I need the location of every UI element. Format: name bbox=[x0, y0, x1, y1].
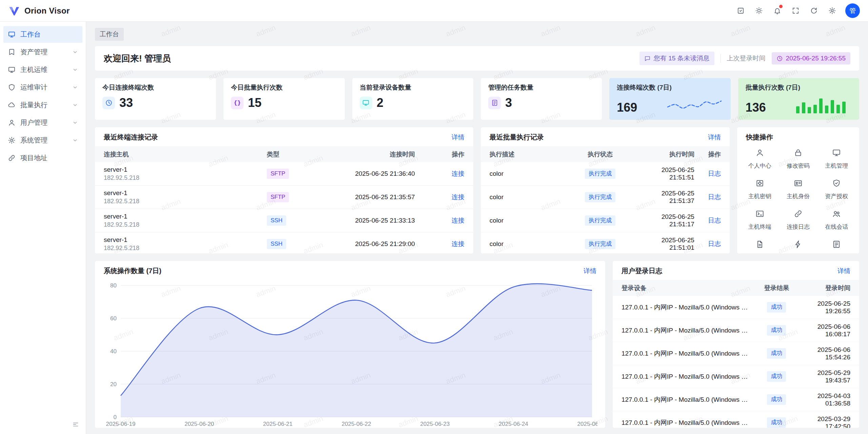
chevron-down-icon bbox=[72, 84, 78, 90]
braces-icon: {} bbox=[231, 97, 243, 109]
exec-log-link[interactable]: 日志 bbox=[708, 217, 721, 224]
refresh-icon[interactable] bbox=[807, 4, 821, 18]
ops-chart-card: 系统操作数量 (7日) 详情 0204060802025-06-192025-0… bbox=[95, 261, 605, 428]
exec-row: color执行完成2025-06-25 21:51:01日志 bbox=[481, 232, 730, 254]
safe-icon bbox=[755, 179, 764, 189]
sidebar-item-1[interactable]: 工作台 bbox=[3, 26, 82, 43]
login-time: 2025-05-29 19:43:57 bbox=[797, 365, 859, 388]
sidebar-item-2[interactable]: 资产管理 bbox=[3, 44, 82, 60]
terminal-card-title: 最近终端连接记录 bbox=[104, 133, 158, 142]
login-row: 127.0.0.1 - 内网IP - Mozilla/5.0 (Windows … bbox=[613, 296, 859, 319]
exec-log-link[interactable]: 日志 bbox=[708, 170, 721, 177]
terminal-connections-card: 最近终端连接记录 详情 连接主机类型连接时间操作server-1182.92.5… bbox=[95, 127, 473, 253]
user-avatar[interactable]: 管 bbox=[845, 3, 860, 18]
sidebar-item-label: 工作台 bbox=[20, 30, 78, 39]
terminal-details-link[interactable]: 详情 bbox=[452, 133, 465, 142]
sidebar-item-3[interactable]: 主机运维 bbox=[3, 61, 82, 78]
exec-card-title: 最近批量执行记录 bbox=[490, 133, 544, 142]
quick-action-label: 主机身份 bbox=[787, 192, 810, 200]
exec-details-link[interactable]: 详情 bbox=[708, 133, 721, 142]
connect-link[interactable]: 连接 bbox=[452, 217, 465, 224]
operations-chart: 0204060802025-06-192025-06-202025-06-212… bbox=[95, 280, 605, 428]
clock-icon bbox=[776, 55, 783, 62]
quick-action-lock[interactable]: 修改密码 bbox=[779, 148, 817, 170]
apps-icon[interactable] bbox=[733, 4, 748, 18]
breadcrumb[interactable]: 工作台 bbox=[95, 28, 124, 41]
quick-action-safe[interactable]: 主机密钥 bbox=[741, 179, 779, 200]
login-log-card: 用户登录日志 详情 登录设备登录结果登录时间127.0.0.1 - 内网IP -… bbox=[613, 261, 859, 428]
quick-action-user[interactable]: 个人中心 bbox=[741, 148, 779, 170]
stat-label: 当前登录设备数量 bbox=[360, 83, 466, 92]
users-icon bbox=[832, 209, 841, 220]
top-header: Orion Visor 管 bbox=[0, 0, 868, 22]
doc-icon bbox=[488, 97, 501, 109]
stats-row: 今日连接终端次数33今日批量执行次数{}15当前登录设备数量2管理的任务数量3连… bbox=[95, 78, 859, 120]
exec-spark-card: 批量执行次数 (7日)136 bbox=[738, 78, 859, 120]
sidebar-item-label: 资产管理 bbox=[20, 48, 67, 57]
chevron-down-icon bbox=[72, 102, 78, 108]
connect-link[interactable]: 连接 bbox=[452, 193, 465, 201]
exec-status-tag: 执行完成 bbox=[585, 215, 615, 226]
login-row: 127.0.0.1 - 内网IP - Mozilla/5.0 (Windows … bbox=[613, 411, 859, 428]
notifications-icon[interactable] bbox=[770, 4, 784, 18]
operations-area-chart: 0204060802025-06-192025-06-202025-06-212… bbox=[102, 281, 597, 428]
quick-action-label: 个人中心 bbox=[748, 162, 771, 170]
lock-icon bbox=[794, 148, 803, 159]
dashboard-icon bbox=[8, 31, 16, 38]
settings-icon[interactable] bbox=[825, 4, 839, 18]
sidebar-item-8[interactable]: 项目地址 bbox=[3, 150, 82, 166]
exec-row: color执行完成2025-06-25 21:51:37日志 bbox=[481, 186, 730, 209]
svg-text:0: 0 bbox=[114, 414, 117, 420]
app-brand[interactable]: Orion Visor bbox=[8, 5, 70, 17]
quick-action-users[interactable]: 在线会话 bbox=[817, 209, 856, 231]
quick-action-terminal[interactable]: 主机终端 bbox=[741, 209, 779, 231]
host-ip: 182.92.5.218 bbox=[104, 198, 256, 205]
idcard-icon bbox=[794, 179, 803, 189]
quick-action-link[interactable]: 连接日志 bbox=[779, 209, 817, 231]
host-name: server-1 bbox=[104, 213, 256, 220]
sidebar-item-7[interactable]: 系统管理 bbox=[3, 132, 82, 149]
login-log-table: 登录设备登录结果登录时间127.0.0.1 - 内网IP - Mozilla/5… bbox=[613, 280, 859, 428]
login-row: 127.0.0.1 - 内网IP - Mozilla/5.0 (Windows … bbox=[613, 319, 859, 342]
stat-label: 管理的任务数量 bbox=[488, 83, 594, 92]
exec-log-link[interactable]: 日志 bbox=[708, 193, 721, 201]
sidebar-item-4[interactable]: 运维审计 bbox=[3, 79, 82, 96]
stat-label: 批量执行次数 (7日) bbox=[746, 83, 852, 92]
exec-log-link[interactable]: 日志 bbox=[708, 240, 721, 247]
monitor-icon bbox=[8, 66, 16, 74]
stat-label: 连接终端次数 (7日) bbox=[617, 83, 723, 92]
connect-link[interactable]: 连接 bbox=[452, 170, 465, 177]
welcome-meta: 您有 15 条未读消息 上次登录时间 2025-06-25 19:26:55 bbox=[639, 52, 850, 65]
quick-action-shieldcheck[interactable]: 资产授权 bbox=[817, 179, 856, 200]
chevron-down-icon bbox=[72, 137, 78, 143]
sidebar-collapse-button[interactable] bbox=[70, 419, 81, 430]
sidebar-item-5[interactable]: 批量执行 bbox=[3, 97, 82, 113]
last-login-label: 上次登录时间 bbox=[727, 54, 766, 63]
quick-action-idcard[interactable]: 主机身份 bbox=[779, 179, 817, 200]
unread-messages-badge[interactable]: 您有 15 条未读消息 bbox=[639, 52, 714, 65]
svg-text:2025-06-22: 2025-06-22 bbox=[342, 421, 371, 427]
connect-time: 2025-06-25 21:33:13 bbox=[322, 209, 420, 232]
quick-action-label: 连接日志 bbox=[787, 223, 810, 231]
sidebar-item-6[interactable]: 用户管理 bbox=[3, 114, 82, 131]
quick-action-monitor[interactable]: 主机管理 bbox=[817, 148, 856, 170]
login-device: 127.0.0.1 - 内网IP - Mozilla/5.0 (Windows … bbox=[613, 388, 756, 411]
exec-desc: color bbox=[481, 209, 570, 232]
login-result-tag: 成功 bbox=[767, 348, 786, 359]
shieldcheck-icon bbox=[832, 179, 841, 189]
stat-card: 今日批量执行次数{}15 bbox=[223, 78, 344, 120]
theme-toggle-icon[interactable] bbox=[752, 4, 766, 18]
login-details-link[interactable]: 详情 bbox=[837, 267, 850, 276]
clock-icon bbox=[102, 97, 115, 109]
quick-action-loglist[interactable]: 执行日志 bbox=[817, 240, 856, 253]
app-root: Orion Visor 管 工作台资产管理主机运维运维审计批量执行用户管理系统管… bbox=[0, 0, 868, 434]
fullscreen-icon[interactable] bbox=[788, 4, 803, 18]
chart-details-link[interactable]: 详情 bbox=[584, 267, 596, 276]
app-logo-icon bbox=[8, 5, 20, 17]
connect-link[interactable]: 连接 bbox=[452, 240, 465, 247]
stat-card: 管理的任务数量3 bbox=[481, 78, 602, 120]
quick-action-file[interactable]: 文件操作日志 bbox=[741, 240, 779, 253]
quick-actions-card: 快捷操作 个人中心修改密码主机管理主机密钥主机身份资产授权主机终端连接日志在线会… bbox=[737, 127, 859, 253]
chevron-down-icon bbox=[72, 49, 78, 55]
quick-action-bolt[interactable]: 命令执行 bbox=[779, 240, 817, 253]
